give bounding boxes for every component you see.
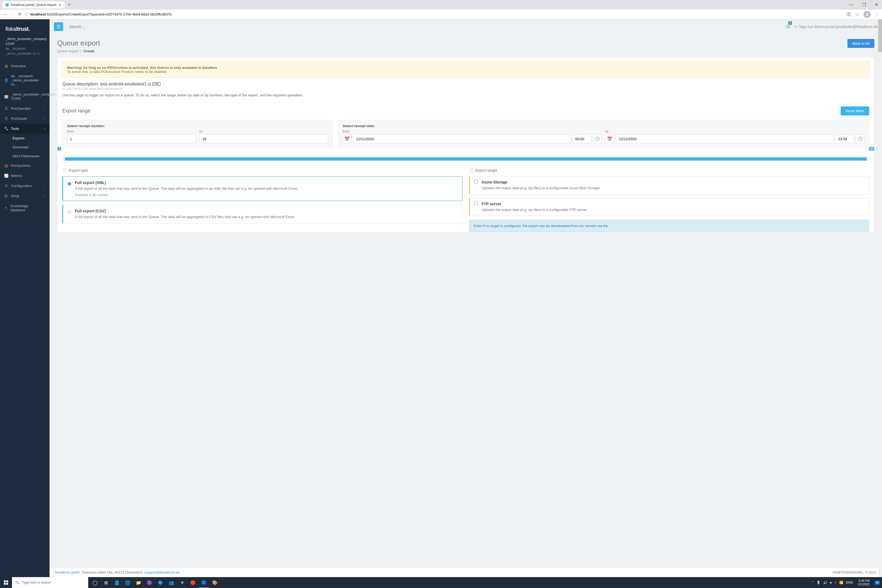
crumb-parent[interactable]: Queue export — [57, 49, 79, 53]
nav-icon: 📈 — [4, 174, 8, 178]
sidebar-item[interactable]: ¶Knowledge database‹ — [0, 201, 50, 215]
option-desc: A full export of all the data that was s… — [75, 186, 298, 191]
close-icon[interactable]: ✕ — [873, 2, 880, 8]
date-to-input[interactable] — [616, 135, 833, 144]
target-desc: Uploads the output data (e.g. zip files)… — [482, 185, 601, 191]
export-target-option[interactable]: FTP serverUploads the output data (e.g. … — [469, 198, 869, 216]
reset-filters-button[interactable]: Reset filters — [841, 106, 869, 116]
main-area: ☰ 🛍 0 ↪ Sign out demo-portal-posdealer@f… — [50, 20, 882, 577]
calendar-icon[interactable]: 📅 — [605, 135, 614, 144]
sidebar-item[interactable]: ⚙Configuration‹ — [0, 181, 50, 191]
breadcrumb: Queue export / Create — [57, 49, 100, 53]
sidebar-subitem[interactable]: Download — [0, 142, 50, 152]
range-slider[interactable]: 1 18 — [57, 153, 874, 168]
new-tab-button[interactable]: + — [68, 2, 71, 8]
footer-company-link[interactable]: fiskaltrust gmbh — [55, 570, 80, 574]
site-info-icon[interactable]: i — [25, 12, 28, 16]
sidebar-item[interactable]: 💼PosSystems — [0, 160, 50, 171]
export-target-title: Export target — [475, 168, 497, 172]
export-target-column: 📄Export target Azure StorageUploads the … — [469, 168, 869, 232]
export-type-radio[interactable] — [68, 182, 71, 186]
maximize-icon[interactable]: ❐ — [861, 2, 868, 8]
sidebar-item[interactable]: 🏢_demo_posdealer_company 12345‹ — [0, 89, 50, 104]
address-bar: ← → ⟳ i localhost:9163/Exports/CreateExp… — [0, 9, 882, 20]
export-type-column: 📄Export type Full export (XML)A full exp… — [62, 168, 462, 232]
scrollbar[interactable] — [878, 20, 882, 577]
sidebar-item[interactable]: 🗄PosOperator‹ — [0, 104, 50, 114]
nav-icon: 💼 — [4, 164, 8, 168]
menu-icon[interactable]: ⋮ — [875, 12, 879, 17]
browser-tab[interactable]: fiskaltrust.portal | Queue export ✕ — [2, 2, 64, 9]
profile-avatar[interactable] — [864, 11, 871, 18]
export-type-title: Export type — [69, 168, 88, 172]
slider-min-tag: 1 — [57, 147, 61, 150]
back-to-list-button[interactable]: Back to list — [848, 39, 874, 48]
hamburger-button[interactable]: ☰ — [54, 22, 63, 31]
target-info-box: Even if no target is configured, the exp… — [469, 220, 869, 232]
content: Warning! As long as no POSArchive is act… — [50, 57, 882, 567]
key-icon[interactable]: ⚿ — [847, 12, 851, 17]
user-line1: de. _elizabeth — [6, 46, 44, 51]
tab-close-icon[interactable]: ✕ — [58, 3, 61, 7]
clock-icon[interactable]: 🕐 — [593, 135, 602, 144]
bookmark-icon[interactable]: ☆ — [855, 12, 859, 17]
sidebar-item[interactable]: 🛒Shop‹ — [0, 191, 50, 201]
time-to-input[interactable] — [835, 135, 854, 144]
reload-icon[interactable]: ⟳ — [18, 12, 21, 17]
clock-icon[interactable]: 🕐 — [856, 135, 865, 144]
option-title: Full export (XML) — [75, 180, 298, 185]
nav-label: Shop — [11, 194, 19, 198]
export-type-option[interactable]: Full export (CSV)A full export of all th… — [62, 205, 462, 224]
url-input[interactable]: i localhost:9163/Exports/CreateExport?qu… — [25, 12, 843, 16]
calendar-icon[interactable]: 📅 — [343, 135, 351, 144]
scrollbar-thumb[interactable] — [878, 20, 882, 52]
export-type-option[interactable]: Full export (XML)A full export of all th… — [62, 176, 462, 201]
url-port: :9163 — [46, 12, 55, 16]
chevron-icon: ‹ — [44, 107, 45, 110]
nav-label: Configuration — [11, 184, 32, 188]
nav-label: _demo_posdealer_company 12345 — [11, 92, 56, 100]
date-from-input[interactable] — [353, 135, 571, 144]
file-icon: 📄 — [469, 168, 474, 172]
warning-alert: Warning! As long as no POSArchive is act… — [62, 62, 870, 78]
export-target-checkbox[interactable] — [474, 202, 478, 205]
sidebar-item[interactable]: ▦Overview — [0, 61, 50, 71]
export-target-option[interactable]: Azure StorageUploads the output data (e.… — [469, 176, 869, 194]
receipt-number-box: Select receipt number: from: to: — [62, 120, 333, 147]
sidebar-item[interactable]: 🗄PosDealer‹ — [0, 114, 50, 124]
option-title: Full export (CSV) — [75, 209, 295, 213]
nav-label: de. _elizabeth _demo_posdealer su. — [11, 74, 42, 86]
cart-button[interactable]: 🛍 0 — [785, 24, 790, 30]
browser-tab-bar: fiskaltrust.portal | Queue export ✕ + — … — [0, 0, 882, 9]
nav-icon: ⚙ — [4, 184, 8, 188]
time-from-input[interactable] — [572, 135, 591, 144]
url-path: /Exports/CreateExport?queueId=d2073470-2… — [55, 12, 172, 16]
sidebar-subitem[interactable]: Exports — [0, 134, 50, 142]
sidebar-item[interactable]: 📈Metrics‹ — [0, 171, 50, 181]
minimize-icon[interactable]: — — [848, 2, 855, 8]
slider-handle-left[interactable] — [63, 156, 65, 161]
export-target-checkbox[interactable] — [474, 180, 478, 183]
chevron-icon: ‹ — [58, 95, 59, 98]
receipt-from-input[interactable] — [67, 135, 195, 144]
alert-sub: To active that, a valid POSArchive Produ… — [67, 70, 166, 74]
chevron-icon: ‹ — [44, 117, 45, 120]
chevron-icon: ‹ — [44, 127, 45, 130]
slider-handle-right[interactable] — [867, 156, 868, 161]
slider-max-tag: 18 — [869, 147, 874, 150]
sidebar-item[interactable]: 👤de. _elizabeth _demo_posdealer su.‹ — [0, 71, 50, 89]
forward-icon[interactable]: → — [10, 12, 15, 17]
sidebar-item[interactable]: 🔧Tools‹ — [0, 124, 50, 134]
back-icon[interactable]: ← — [3, 12, 7, 17]
search-input[interactable] — [67, 22, 782, 31]
export-type-radio[interactable] — [68, 210, 71, 214]
footer-email-link[interactable]: support@fiskaltrust.de — [144, 570, 180, 574]
signout-link[interactable]: ↪ Sign out demo-portal-posdealer@fiskalt… — [794, 24, 878, 29]
queue-help-text: Use this page to trigger an export for a… — [62, 93, 869, 97]
receipt-to-input[interactable] — [199, 135, 328, 144]
sidebar-subitem[interactable]: AKO-Filebrowser — [0, 152, 50, 160]
nav-label: Overview — [11, 64, 26, 68]
cart-icon: 🛍 — [785, 24, 790, 29]
user-dropdown[interactable]: _demo_posdealer su. ▾ — [6, 51, 44, 56]
option-desc: A full export of all the data that was s… — [75, 214, 295, 220]
